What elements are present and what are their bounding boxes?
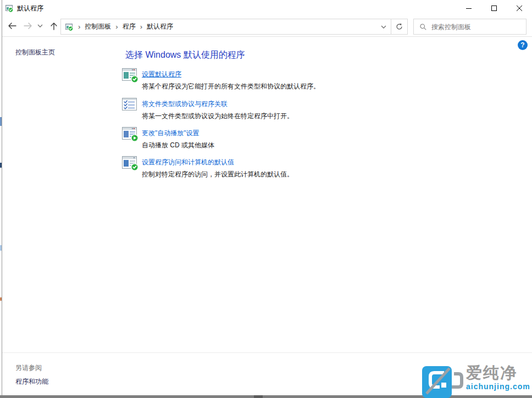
watermark-brand: 爱纯净	[466, 364, 530, 382]
task-description: 控制对特定程序的访问，并设置此计算机的默认值。	[142, 170, 293, 179]
refresh-icon	[395, 23, 403, 31]
titlebar: 默认程序	[0, 0, 532, 16]
breadcrumb-separator-icon: ›	[136, 23, 147, 31]
page-title: 选择 Windows 默认使用的程序	[125, 49, 245, 61]
chevron-down-icon	[381, 25, 386, 29]
task-description: 自动播放 CD 或其他媒体	[142, 141, 214, 150]
link-program-access-defaults[interactable]: 设置程序访问和计算机的默认值	[142, 158, 234, 167]
program-access-icon	[121, 156, 140, 172]
up-button[interactable]	[47, 18, 61, 34]
search-box[interactable]	[413, 19, 527, 35]
up-arrow-icon	[49, 21, 58, 31]
breadcrumb-programs[interactable]: 程序	[123, 22, 136, 31]
forward-arrow-icon	[23, 21, 33, 30]
background-window-sliver	[0, 0, 2, 398]
breadcrumb-separator-icon: ›	[111, 23, 122, 31]
link-set-default-programs[interactable]: 设置默认程序	[142, 70, 181, 79]
back-button[interactable]	[5, 18, 19, 34]
close-button[interactable]	[507, 0, 532, 16]
search-input[interactable]	[431, 23, 519, 31]
navigation-toolbar: › 控制面板 › 程序 › 默认程序	[0, 16, 532, 37]
refresh-button[interactable]	[391, 19, 407, 34]
task-description: 将某个程序设为它能打开的所有文件类型和协议的默认程序。	[142, 82, 320, 91]
see-also-divider	[0, 352, 532, 353]
watermark: 爱纯净 aichunjing.com	[422, 363, 532, 398]
watermark-domain: aichunjing.com	[466, 382, 530, 391]
minimize-icon	[465, 5, 472, 12]
address-dropdown-button[interactable]	[376, 19, 391, 34]
default-programs-icon	[65, 23, 74, 31]
breadcrumb-control-panel[interactable]: 控制面板	[85, 22, 111, 31]
associate-filetype-icon	[121, 97, 140, 114]
see-also-header: 另请参阅	[15, 363, 42, 373]
autoplay-settings-icon	[121, 126, 140, 143]
close-icon	[516, 5, 523, 12]
default-programs-icon	[5, 4, 14, 13]
chevron-down-icon	[37, 24, 43, 28]
forward-button[interactable]	[21, 18, 35, 34]
maximize-button[interactable]	[481, 0, 507, 16]
recent-pages-dropdown[interactable]	[35, 18, 45, 34]
link-associate-filetype[interactable]: 将文件类型或协议与程序关联	[142, 100, 228, 109]
minimize-button[interactable]	[456, 0, 481, 16]
link-autoplay-settings[interactable]: 更改"自动播放"设置	[142, 129, 199, 138]
help-button[interactable]: ?	[518, 40, 528, 50]
sidebar-item-programs-and-features[interactable]: 程序和功能	[15, 377, 48, 386]
set-default-programs-icon	[121, 68, 140, 84]
task-description: 将某一文件类型或协议设为始终在特定程序中打开。	[142, 112, 293, 121]
control-panel-window: 默认程序 › 控制面板 › 程序 › 默认程	[0, 0, 532, 398]
address-bar[interactable]: › 控制面板 › 程序 › 默认程序	[60, 19, 408, 35]
search-icon	[419, 23, 427, 31]
breadcrumb-separator-icon: ›	[74, 23, 85, 31]
maximize-icon	[491, 5, 497, 12]
aichunjing-logo-icon	[422, 363, 465, 398]
window-title: 默认程序	[17, 0, 43, 16]
breadcrumb-default-programs[interactable]: 默认程序	[147, 22, 173, 31]
back-arrow-icon	[7, 21, 17, 30]
sidebar-item-control-panel-home[interactable]: 控制面板主页	[15, 48, 55, 57]
